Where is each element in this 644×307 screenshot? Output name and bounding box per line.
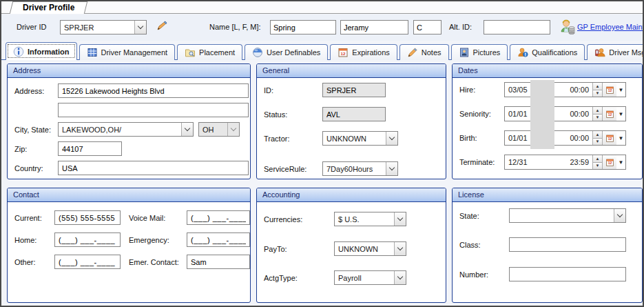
main-tabstrip: Information Driver Management Placement <box>1 41 644 60</box>
hire-date-field[interactable]: 03/05 00:00 ▲▼ 12 ▼ <box>504 82 626 97</box>
terminate-calendar-button[interactable]: 12 <box>602 155 616 169</box>
birth-spinner[interactable]: ▲▼ <box>592 131 602 145</box>
payto-dropdown-button[interactable] <box>394 242 406 255</box>
redaction-overlay <box>530 80 554 149</box>
currencies-dropdown-button[interactable] <box>394 212 406 226</box>
alt-id-field[interactable] <box>484 20 550 34</box>
address-line1-field[interactable] <box>58 83 249 98</box>
current-phone-field[interactable] <box>54 210 121 225</box>
servicerule-dropdown-button[interactable] <box>386 162 397 175</box>
name-label: Name [L, F, M]: <box>209 23 261 31</box>
license-number-field[interactable] <box>509 267 626 281</box>
terminate-label: Terminate: <box>459 158 504 166</box>
home-phone-label: Home: <box>14 236 54 244</box>
payto-combo[interactable]: UNKNOWN <box>334 241 406 256</box>
seniority-calendar-dropdown-arrow[interactable]: ▼ <box>616 107 625 121</box>
tab-expirations[interactable]: 12 Expirations <box>330 44 397 60</box>
zip-field[interactable] <box>58 141 122 156</box>
info-icon <box>13 46 24 57</box>
other-phone-label: Other: <box>14 258 54 266</box>
tab-pictures[interactable]: Pictures <box>451 44 508 60</box>
terminate-date-field[interactable]: 12/31 23:59 ▲▼ 12 ▼ <box>504 155 626 170</box>
address-line2-field[interactable] <box>58 103 249 117</box>
address-panel-title: Address <box>8 64 250 78</box>
birth-calendar-dropdown-arrow[interactable]: ▼ <box>616 131 625 145</box>
svg-text:12: 12 <box>607 88 612 92</box>
birth-calendar-button[interactable]: 12 <box>602 131 616 145</box>
driver-id-value: SPRJER <box>61 23 134 32</box>
alt-id-label: Alt. ID: <box>449 23 472 31</box>
servicerule-combo[interactable]: 7Day60Hours <box>322 161 398 176</box>
terminate-spinner[interactable]: ▲▼ <box>592 155 602 169</box>
voicemail-field[interactable] <box>187 210 250 225</box>
license-state-dropdown-button[interactable] <box>614 209 625 222</box>
tab-placement[interactable]: Placement <box>177 44 242 60</box>
currencies-combo[interactable]: $ U.S. <box>334 212 406 226</box>
edit-pencil-icon[interactable] <box>154 19 168 34</box>
actgtype-combo[interactable]: Payroll <box>334 270 406 285</box>
tab-driver-profile[interactable]: Driver Profile <box>10 1 88 14</box>
name-last-field[interactable] <box>270 20 336 34</box>
tab-label: User Definables <box>267 48 320 57</box>
contact-panel-title: Contact <box>8 188 250 202</box>
driver-id-dropdown-button[interactable] <box>134 21 146 34</box>
seniority-calendar-button[interactable]: 12 <box>602 107 616 121</box>
city-state-dropdown-button[interactable] <box>181 123 193 136</box>
seniority-date-value: 01/01 <box>508 110 528 118</box>
hire-date-value: 03/05 <box>508 86 528 94</box>
name-first-field[interactable] <box>340 20 408 34</box>
license-state-label: State: <box>459 212 509 220</box>
tractor-combo[interactable]: UNKNOWN <box>322 131 398 146</box>
tab-driver-msgs[interactable]: Driver Msgs <box>587 44 644 60</box>
zip-label: Zip: <box>14 145 58 153</box>
gp-employee-maintenance-link[interactable]: GP Employee Mainte <box>577 23 644 31</box>
license-panel-title: License <box>453 188 642 202</box>
currencies-label: Currencies: <box>264 215 334 224</box>
emer-contact-field[interactable] <box>187 255 250 269</box>
tab-qualifications[interactable]: Qualifications <box>510 44 585 60</box>
name-middle-field[interactable] <box>413 20 442 34</box>
birth-date-field[interactable]: 01/01 00:00 ▲▼ 12 ▼ <box>504 130 626 146</box>
tab-notes[interactable]: Notes <box>399 44 449 60</box>
id-field <box>322 83 386 97</box>
tab-label: Information <box>28 48 70 56</box>
state-value: OH <box>199 126 227 134</box>
status-field <box>322 107 386 121</box>
license-class-field[interactable] <box>509 237 626 252</box>
license-number-label: Number: <box>459 270 509 279</box>
accounting-panel: Accounting Currencies: $ U.S. PayTo: UNK… <box>256 188 446 303</box>
tractor-dropdown-button[interactable] <box>386 132 397 145</box>
svg-text:12: 12 <box>607 112 612 117</box>
seniority-spinner[interactable]: ▲▼ <box>592 107 602 121</box>
tab-user-definables[interactable]: User Definables <box>245 44 328 60</box>
accounting-panel-title: Accounting <box>257 188 446 202</box>
other-phone-field[interactable] <box>54 255 121 269</box>
driver-id-combo[interactable]: SPRJER <box>60 20 147 34</box>
license-state-combo[interactable] <box>509 208 626 223</box>
city-state-value: LAKEWOOD,OH/ <box>59 126 181 134</box>
actgtype-label: ActgType: <box>264 274 334 282</box>
actgtype-dropdown-button[interactable] <box>394 271 406 284</box>
status-label: Status: <box>264 110 322 119</box>
city-state-combo[interactable]: LAKEWOOD,OH/ <box>58 122 194 137</box>
home-phone-field[interactable] <box>54 232 121 247</box>
tab-information[interactable]: Information <box>6 42 77 60</box>
tab-driver-management[interactable]: Driver Management <box>79 44 176 60</box>
employee-icon <box>560 18 575 36</box>
hire-calendar-button[interactable]: 12 <box>602 83 616 97</box>
id-label: ID: <box>264 86 322 95</box>
seniority-date-field[interactable]: 01/01 00:00 ▲▼ 12 ▼ <box>504 106 626 121</box>
state-combo: OH <box>198 122 240 137</box>
folder-search-icon <box>185 47 196 58</box>
hire-spinner[interactable]: ▲▼ <box>592 83 602 97</box>
license-class-label: Class: <box>459 241 509 249</box>
country-field[interactable] <box>58 161 249 175</box>
currencies-value: $ U.S. <box>335 215 394 224</box>
current-phone-label: Current: <box>14 214 54 222</box>
tab-label: Notes <box>422 48 442 57</box>
emergency-phone-field[interactable] <box>187 232 250 247</box>
hire-calendar-dropdown-arrow[interactable]: ▼ <box>616 83 625 97</box>
terminate-calendar-dropdown-arrow[interactable]: ▼ <box>616 155 625 169</box>
svg-text:12: 12 <box>341 51 346 56</box>
terminate-date-value: 12/31 <box>508 158 528 166</box>
